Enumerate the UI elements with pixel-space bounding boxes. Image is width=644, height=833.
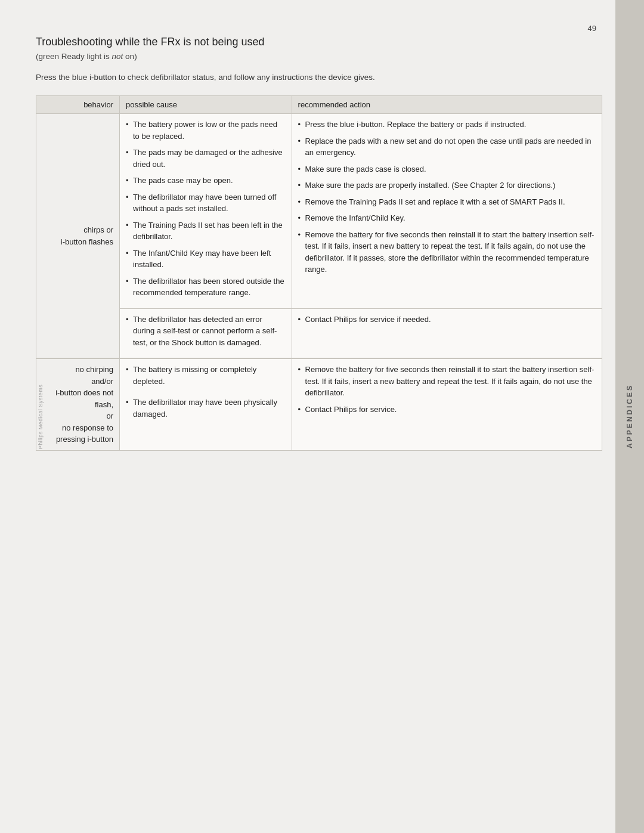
left-margin-label: Philips Medical Systems xyxy=(38,384,44,449)
action-cell-error: Contact Philips for service if needed. xyxy=(292,308,602,358)
page: APPENDICES Philips Medical Systems 49 Tr… xyxy=(0,0,644,833)
list-item: Remove the Training Pads II set and repl… xyxy=(298,196,596,208)
table-row: no chirpingand/ori-button does not flash… xyxy=(36,358,602,450)
table-row: The defibrillator has detected an error … xyxy=(36,308,602,358)
header-behavior: behavior xyxy=(36,96,120,114)
list-item: The defibrillator may have been turned o… xyxy=(126,191,286,215)
list-item: The defibrillator has detected an error … xyxy=(126,314,286,349)
cause-cell-no-chirp: The battery is missing or completely dep… xyxy=(120,358,292,450)
action-cell-no-chirp: Remove the battery for five seconds then… xyxy=(292,358,602,450)
page-number: 49 xyxy=(588,24,596,33)
intro-text: Press the blue i-button to check defibri… xyxy=(36,72,602,83)
list-item: The Training Pads II set has been left i… xyxy=(126,219,286,243)
action-list-error: Contact Philips for service if needed. xyxy=(298,314,596,326)
troubleshooting-table: behavior possible cause recommended acti… xyxy=(36,95,602,451)
section-subtitle: (green Ready light is not on) xyxy=(36,52,602,61)
list-item: Remove the Infant/Child Key. xyxy=(298,212,596,224)
list-item: Contact Philips for service. xyxy=(298,404,596,416)
list-item: Make sure the pads case is closed. xyxy=(298,163,596,175)
list-item: The defibrillator may have been physical… xyxy=(126,397,286,420)
action-list-chirps-main: Press the blue i-button. Replace the bat… xyxy=(298,119,596,275)
list-item: Contact Philips for service if needed. xyxy=(298,314,596,326)
main-content: Troubleshooting while the FRx is not bei… xyxy=(36,0,602,833)
cause-list-error: The defibrillator has detected an error … xyxy=(126,314,286,349)
behavior-cell-no-chirp: no chirpingand/ori-button does not flash… xyxy=(36,358,120,450)
header-action: recommended action xyxy=(292,96,602,114)
action-list-no-chirp: Remove the battery for five seconds then… xyxy=(298,364,596,415)
list-item: Press the blue i-button. Replace the bat… xyxy=(298,119,596,131)
list-item: The battery power is low or the pads nee… xyxy=(126,119,286,142)
cause-cell-error: The defibrillator has detected an error … xyxy=(120,308,292,358)
list-item: The pads case may be open. xyxy=(126,175,286,187)
cause-list-chirps-main: The battery power is low or the pads nee… xyxy=(126,119,286,299)
list-item: Replace the pads with a new set and do n… xyxy=(298,135,596,159)
table-row: chirps ori-button flashes The battery po… xyxy=(36,114,602,309)
list-item: Make sure the pads are properly installe… xyxy=(298,179,596,191)
list-item: Remove the battery for five seconds then… xyxy=(298,364,596,399)
list-item: Remove the battery for five seconds then… xyxy=(298,229,596,275)
appendices-label: APPENDICES xyxy=(626,384,634,448)
section-title: Troubleshooting while the FRx is not bei… xyxy=(36,36,602,48)
list-item: The pads may be damaged or the adhesive … xyxy=(126,147,286,170)
list-item: The defibrillator has been stored outsid… xyxy=(126,275,286,299)
behavior-cell-chirps: chirps ori-button flashes xyxy=(36,114,120,359)
header-cause: possible cause xyxy=(120,96,292,114)
cause-list-no-chirp: The battery is missing or completely dep… xyxy=(126,364,286,420)
appendices-tab: APPENDICES xyxy=(615,0,644,833)
list-item: The battery is missing or completely dep… xyxy=(126,364,286,387)
action-cell-chirps-main: Press the blue i-button. Replace the bat… xyxy=(292,114,602,309)
cause-cell-chirps-main: The battery power is low or the pads nee… xyxy=(120,114,292,309)
list-item: The Infant/Child Key may have been left … xyxy=(126,247,286,271)
